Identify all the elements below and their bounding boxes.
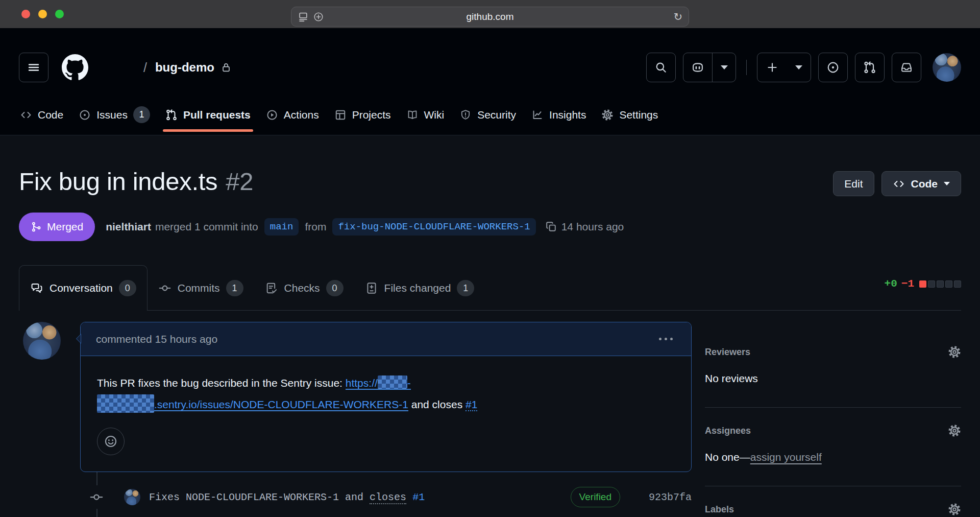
commit-author-avatar[interactable] [124,489,140,505]
edit-button[interactable]: Edit [833,171,874,196]
tab-files-changed[interactable]: Files changed 1 [354,266,485,310]
github-logo[interactable] [62,54,88,81]
reviewers-empty-text: No reviews [705,372,961,385]
redacted-org-name [97,394,154,413]
pr-meta-row: Merged nielthiart merged 1 commit into m… [19,213,961,241]
gear-icon[interactable] [948,503,961,516]
nav-tab-code[interactable]: Code [12,95,71,135]
pr-author[interactable]: nielthiart [106,221,151,233]
user-avatar[interactable] [933,53,961,82]
github-header: / bug-demo [0,28,980,135]
gear-icon[interactable] [948,345,961,359]
comment-header-text: commented 15 hours ago [96,333,217,345]
zoom-window-button[interactable] [55,10,64,18]
nav-tab-actions[interactable]: Actions [258,95,327,135]
tab-count: 0 [119,280,136,296]
commit-message-text: Fixes NODE-CLOUDFLARE-WORKERS-1 and [149,491,363,503]
kebab-menu-icon[interactable] [656,335,676,343]
close-window-button[interactable] [21,10,30,18]
create-new-dropdown[interactable] [787,53,811,82]
issue-1-link[interactable]: #1 [412,491,425,503]
commit-sha[interactable]: 923b7fa [649,491,692,503]
merged-label: Merged [47,221,83,233]
reviewers-title: Reviewers [705,347,750,358]
closes-keyword[interactable]: closes [370,491,406,504]
refresh-icon[interactable]: ↻ [673,11,682,22]
nav-tab-issues[interactable]: Issues 1 [71,95,158,135]
hamburger-menu-button[interactable] [19,53,48,82]
issues-dashboard-button[interactable] [818,53,848,82]
tab-checks[interactable]: Checks 0 [254,266,354,310]
breadcrumb-repo-name[interactable]: bug-demo [155,60,214,75]
code-icon [893,178,905,190]
minimize-window-button[interactable] [38,10,47,18]
pull-requests-dashboard-button[interactable] [855,53,885,82]
breadcrumb-separator: / [143,60,147,75]
diffstat: +0 −1 [885,278,961,290]
nav-tab-wiki[interactable]: Wiki [399,95,452,135]
comment-header: commented 15 hours ago [81,322,691,356]
pr-title: Fix bug in index.ts#2 [19,167,253,196]
nav-label: Security [477,109,516,121]
nav-label: Settings [619,109,658,121]
nav-tab-projects[interactable]: Projects [327,95,399,135]
gear-icon[interactable] [948,424,961,437]
nav-tab-security[interactable]: Security [452,95,524,135]
comment-body: This PR fixes the bug described in the S… [81,356,691,415]
tab-count: 1 [226,280,243,296]
tab-conversation[interactable]: Conversation 0 [19,265,148,311]
pr-title-text: Fix bug in index.ts [19,168,217,195]
create-new-button[interactable] [757,53,811,82]
add-reaction-button[interactable] [97,428,125,455]
commit-event: Fixes NODE-CLOUDFLARE-WORKERS-1 and clos… [19,485,692,509]
file-diff-icon [365,281,378,295]
from-word: from [305,221,326,233]
pr-page: Fix bug in index.ts#2 Edit Code [0,167,980,516]
pr-timeline: commented 15 hours ago This PR fixes the… [19,322,692,516]
pr-tabs: Conversation 0 Commits 1 Checks 0 [19,265,961,311]
link-dash: - [407,377,411,389]
nav-label: Pull requests [183,109,251,121]
inbox-button[interactable] [892,53,921,82]
pr-description-comment: commented 15 hours ago This PR fixes the… [19,322,692,472]
nav-label: Actions [284,109,319,121]
code-icon [20,109,32,121]
issue-1-link[interactable]: #1 [465,398,477,411]
merged-time: 14 hours ago [561,221,624,233]
diffstat-blocks [919,280,961,288]
git-pull-request-icon [863,61,876,74]
gear-icon [601,109,614,121]
comment-author-avatar[interactable] [23,322,61,360]
git-commit-icon [89,485,104,509]
copilot-icon[interactable] [683,53,712,82]
code-dropdown-button[interactable]: Code [881,171,962,196]
issues-count-badge: 1 [133,106,150,123]
issue-opened-icon [79,109,91,121]
sidebar-section-assignees: Assignees No one—assign yourself [705,424,961,486]
head-branch-chip[interactable]: fix-bug-NODE-CLOUDFLARE-WORKERS-1 [332,218,535,236]
copilot-dropdown[interactable] [712,53,736,82]
base-branch-chip[interactable]: main [264,218,299,236]
search-button[interactable] [646,53,676,82]
tab-commits[interactable]: Commits 1 [148,266,254,310]
nav-tab-pull-requests[interactable]: Pull requests [158,95,258,135]
repo-nav: Code Issues 1 Pull requests [0,95,980,135]
shield-icon [459,109,472,121]
plus-icon[interactable] [757,53,787,82]
copilot-button[interactable] [683,53,736,82]
chevron-down-icon [944,182,950,185]
closes-word: closes [432,398,463,410]
assignees-empty-text: No one— [705,451,750,463]
commit-message[interactable]: Fixes NODE-CLOUDFLARE-WORKERS-1 and clos… [149,491,425,503]
and-word: and [411,398,429,410]
assign-yourself-link[interactable]: assign yourself [750,451,822,463]
url-text: github.com [291,11,689,22]
issue-opened-icon [826,61,840,74]
browser-chrome: github.com ↻ [0,0,980,28]
labels-title: Labels [705,504,734,515]
copy-branch-icon[interactable] [545,221,557,233]
url-bar[interactable]: github.com ↻ [291,7,689,27]
nav-tab-settings[interactable]: Settings [594,95,666,135]
verified-badge[interactable]: Verified [571,487,620,507]
nav-tab-insights[interactable]: Insights [524,95,594,135]
